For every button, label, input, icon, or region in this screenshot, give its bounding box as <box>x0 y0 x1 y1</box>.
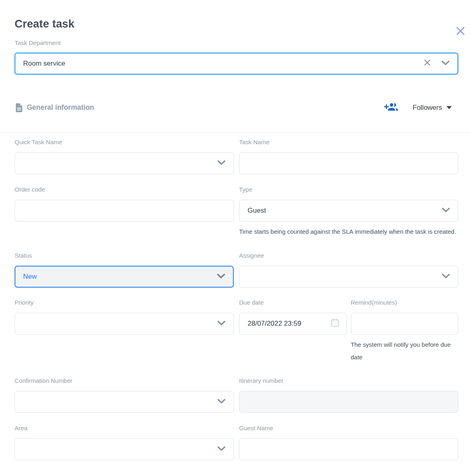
due-date-value: 28/07/2022 23:59 <box>248 320 301 328</box>
order-code-input[interactable] <box>15 200 234 222</box>
status-value: New <box>23 273 37 281</box>
general-information-header: General information Followers <box>0 102 470 113</box>
due-date-label: Due date <box>239 299 347 306</box>
type-helper-text: Time starts being counted against the SL… <box>239 225 458 238</box>
order-code-label: Order code <box>15 186 234 193</box>
guest-name-label: Guest Name <box>239 425 458 431</box>
chevron-down-icon <box>217 398 226 406</box>
type-field: Type Guest Time starts being counted aga… <box>239 186 458 238</box>
chevron-down-icon <box>217 320 226 328</box>
status-field: Status New <box>15 252 234 288</box>
followers-dropdown[interactable]: Followers <box>412 104 452 112</box>
close-icon <box>456 26 465 36</box>
close-button[interactable] <box>455 26 466 36</box>
document-icon <box>15 103 23 112</box>
area-label: Area <box>15 425 234 431</box>
status-select[interactable]: New <box>15 266 234 288</box>
caret-down-icon <box>446 106 452 109</box>
remind-helper-text: The system will notify you before due da… <box>351 338 459 363</box>
chevron-down-icon <box>217 159 226 167</box>
general-information-form: Quick Task Name Task Name Order code <box>0 133 470 460</box>
add-followers-button[interactable] <box>384 102 398 113</box>
chevron-down-icon <box>441 60 450 68</box>
confirmation-number-label: Confirmation Number <box>15 377 234 384</box>
calendar-icon <box>331 318 339 329</box>
task-department-label: Task Department <box>15 39 470 46</box>
quick-task-name-label: Quick Task Name <box>15 139 234 145</box>
area-field: Area <box>15 425 234 460</box>
section-title: General information <box>27 103 94 112</box>
priority-label: Priority <box>15 299 234 306</box>
guest-name-field: Guest Name <box>239 425 458 460</box>
remind-input[interactable] <box>351 313 459 335</box>
task-name-input[interactable] <box>239 152 458 174</box>
confirmation-number-select[interactable] <box>15 391 234 413</box>
chevron-down-icon <box>217 445 226 453</box>
area-select[interactable] <box>15 438 234 460</box>
chevron-down-icon <box>217 273 225 281</box>
assignee-label: Assignee <box>239 252 458 259</box>
quick-task-name-select[interactable] <box>15 152 234 174</box>
priority-field: Priority <box>15 299 234 363</box>
task-name-label: Task Name <box>239 139 458 145</box>
status-label: Status <box>15 252 234 259</box>
due-date-field: Due date 28/07/2022 23:59 <box>239 299 347 363</box>
person-add-icon <box>384 102 398 113</box>
confirmation-number-field: Confirmation Number <box>15 377 234 413</box>
priority-select[interactable] <box>15 313 234 335</box>
task-name-field: Task Name <box>239 139 458 174</box>
create-task-modal: Create task Task Department Room service… <box>0 18 470 476</box>
type-label: Type <box>239 186 458 193</box>
quick-task-name-field: Quick Task Name <box>15 139 234 174</box>
itinerary-number-label: Itinerary number <box>239 377 458 384</box>
assignee-field: Assignee <box>239 252 458 288</box>
guest-name-input[interactable] <box>239 438 458 460</box>
chevron-down-icon <box>442 207 450 215</box>
remind-label: Remind(minutes) <box>351 299 459 306</box>
type-select[interactable]: Guest <box>239 200 458 222</box>
due-date-input[interactable]: 28/07/2022 23:59 <box>239 313 347 335</box>
followers-label: Followers <box>412 104 442 112</box>
chevron-down-icon <box>442 273 450 281</box>
assignee-select[interactable] <box>239 266 458 288</box>
itinerary-number-field: Itinerary number <box>239 377 458 413</box>
order-code-field: Order code <box>15 186 234 238</box>
clear-icon[interactable] <box>424 59 431 68</box>
itinerary-number-input <box>239 391 458 413</box>
task-department-select[interactable]: Room service <box>15 53 458 75</box>
remind-field: Remind(minutes) The system will notify y… <box>351 299 459 363</box>
task-department-value: Room service <box>23 60 65 68</box>
page-title: Create task <box>15 18 470 30</box>
